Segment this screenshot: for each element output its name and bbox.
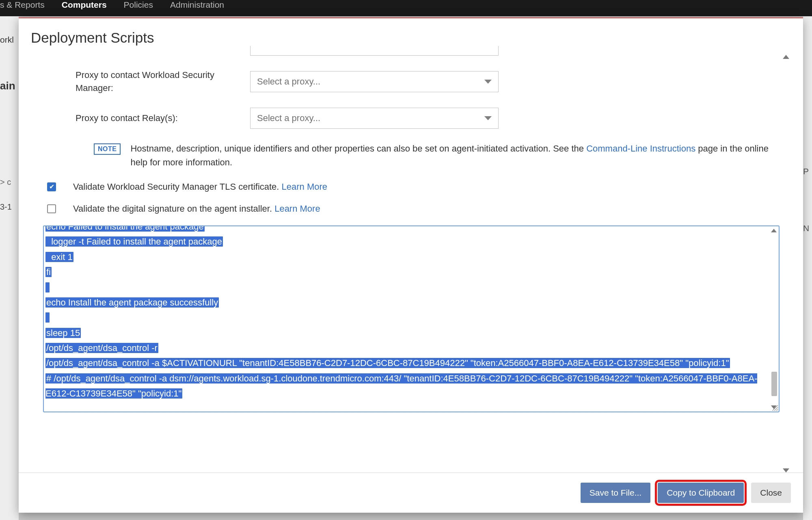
scroll-up-icon[interactable]	[771, 229, 777, 232]
validate-tls-label: Validate Workload Security Manager TLS c…	[73, 182, 282, 192]
modal-title: Deployment Scripts	[31, 30, 791, 46]
validate-tls-learn-more[interactable]: Learn More	[282, 182, 328, 192]
textarea-scrollbar[interactable]	[769, 226, 779, 412]
validate-digsig-learn-more[interactable]: Learn More	[274, 204, 320, 214]
chevron-down-icon	[484, 80, 492, 84]
validate-digsig-row: Validate the digital signature on the ag…	[31, 204, 780, 214]
modal-scrollbar[interactable]	[781, 55, 791, 472]
proxy-manager-placeholder: Select a proxy...	[257, 76, 320, 87]
bg-text: > c	[0, 178, 19, 187]
top-nav: s & Reports Computers Policies Administr…	[0, 0, 812, 16]
validate-tls-row: Validate Workload Security Manager TLS c…	[31, 182, 780, 192]
scroll-down-icon[interactable]	[783, 468, 789, 472]
validate-digsig-checkbox[interactable]	[47, 204, 56, 213]
nav-item-computers[interactable]: Computers	[62, 0, 107, 10]
scroll-up-icon[interactable]	[783, 55, 789, 59]
note-link[interactable]: Command-Line Instructions	[586, 143, 695, 154]
chevron-down-icon	[484, 116, 492, 120]
proxy-relay-label: Proxy to contact Relay(s):	[76, 112, 250, 125]
note-text-before: Hostname, description, unique identifier…	[130, 143, 586, 154]
script-content[interactable]: echo Failed to install the agent package…	[44, 225, 769, 412]
nav-item-reports[interactable]: s & Reports	[0, 0, 45, 10]
copy-to-clipboard-button[interactable]: Copy to Clipboard	[658, 483, 744, 503]
save-to-file-button[interactable]: Save to File...	[581, 483, 650, 503]
script-textarea[interactable]: echo Failed to install the agent package…	[43, 225, 780, 412]
deployment-scripts-modal: Deployment Scripts Relay Group: Primary …	[19, 17, 803, 513]
bg-text: P	[803, 167, 812, 176]
relay-group-value: Primary Tenant Relay Group	[257, 46, 369, 55]
close-button[interactable]: Close	[751, 483, 791, 503]
proxy-relay-select[interactable]: Select a proxy...	[250, 108, 499, 129]
bg-text: 3-1	[0, 202, 19, 212]
resize-handle-icon[interactable]	[771, 403, 778, 411]
validate-tls-checkbox[interactable]	[47, 182, 56, 191]
bg-text: orkl	[0, 35, 19, 45]
relay-group-label: Relay Group:	[76, 48, 250, 52]
nav-item-policies[interactable]: Policies	[124, 0, 153, 10]
background-right-strip: P N	[803, 16, 812, 520]
note-text: Hostname, description, unique identifier…	[130, 142, 780, 169]
relay-group-select[interactable]: Primary Tenant Relay Group	[250, 46, 499, 56]
note-row: NOTE Hostname, description, unique ident…	[31, 142, 780, 169]
background-left-strip: orkl ain > c 3-1	[0, 16, 19, 520]
scroll-thumb[interactable]	[771, 372, 777, 396]
proxy-relay-placeholder: Select a proxy...	[257, 113, 320, 124]
modal-footer: Save to File... Copy to Clipboard Close	[19, 472, 803, 513]
modal-body: Relay Group: Primary Tenant Relay Group …	[19, 46, 803, 472]
bg-text: ain	[0, 80, 19, 92]
relay-group-row: Relay Group: Primary Tenant Relay Group	[31, 46, 780, 56]
proxy-relay-row: Proxy to contact Relay(s): Select a prox…	[31, 108, 780, 129]
bg-text: N	[803, 223, 812, 233]
proxy-manager-label: Proxy to contact Workload Security Manag…	[76, 69, 250, 95]
note-badge: NOTE	[94, 143, 121, 155]
proxy-manager-select[interactable]: Select a proxy...	[250, 71, 499, 92]
proxy-manager-row: Proxy to contact Workload Security Manag…	[31, 69, 780, 95]
validate-digsig-label: Validate the digital signature on the ag…	[73, 204, 274, 214]
nav-item-administration[interactable]: Administration	[170, 0, 224, 10]
modal-header: Deployment Scripts	[19, 18, 803, 46]
